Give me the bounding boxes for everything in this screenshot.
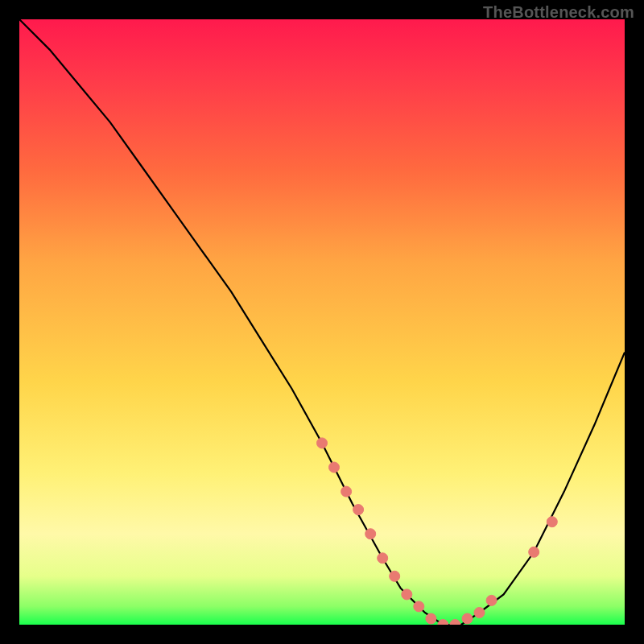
marker-point [402,589,412,600]
marker-point [438,620,448,625]
marker-point [390,571,400,581]
marker-group [317,438,558,625]
watermark-text: TheBottleneck.com [483,3,634,22]
marker-point [450,620,460,625]
bottleneck-curve [19,19,625,625]
marker-point [365,529,376,539]
marker-point [329,462,340,473]
marker-point [341,486,352,497]
marker-point [529,547,539,557]
marker-point [378,553,388,564]
marker-point [486,595,497,605]
marker-point [547,517,557,527]
marker-point [474,608,485,618]
marker-point [414,601,424,612]
chart-svg [19,19,625,625]
marker-point [426,613,436,624]
plot-area [19,19,625,625]
marker-point [462,613,473,624]
marker-point [353,505,364,515]
marker-point [317,438,328,448]
